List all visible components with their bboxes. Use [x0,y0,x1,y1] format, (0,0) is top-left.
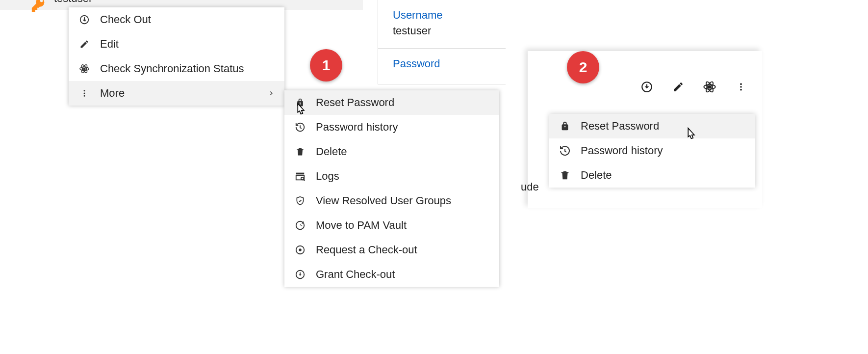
menu-label: More [100,87,125,100]
menu-label: Reset Password [581,120,659,133]
p2-reset-password[interactable]: * Reset Password [549,114,755,138]
shield-check-icon [294,195,306,206]
toolbar-checkout-button[interactable] [639,80,654,94]
menu-label: Reset Password [316,96,394,109]
trash-icon [559,170,571,181]
menu-label: Request a Check-out [316,244,417,256]
svg-point-7 [84,95,85,97]
svg-point-1 [83,68,85,70]
submenu-logs[interactable]: Logs [284,164,499,189]
details-pane: Username testuser Password [378,0,506,84]
svg-text:*: * [300,101,301,106]
step-badge-2: 2 [567,51,599,83]
password-section: Password [378,49,506,84]
lock-icon: * [559,121,571,132]
svg-point-23 [740,89,742,91]
submenu-reset-password[interactable]: * Reset Password [284,90,499,115]
menu-label: Edit [100,38,119,51]
key-icon [30,0,47,13]
menu-label: Password history [316,121,398,134]
more-vert-icon [78,89,90,98]
checkout-icon [78,14,90,25]
svg-point-5 [84,90,85,91]
toolbar-sync-button[interactable] [702,80,717,94]
svg-point-21 [740,83,742,85]
svg-point-6 [84,93,85,94]
p2-delete[interactable]: Delete [549,163,755,188]
submenu-request-checkout[interactable]: Request a Check-out [284,238,499,262]
submenu-view-groups[interactable]: View Resolved User Groups [284,189,499,213]
submenu-password-history[interactable]: Password history [284,115,499,139]
svg-rect-9 [296,173,305,175]
menu-check-out[interactable]: Check Out [69,7,284,32]
username-value: testuser [393,25,491,37]
partial-text: ude [521,181,539,193]
menu-more[interactable]: More [69,81,284,106]
step-number: 1 [322,57,331,74]
password-label: Password [393,57,491,70]
menu-label: Grant Check-out [316,268,395,281]
menu-label: View Resolved User Groups [316,194,451,207]
menu-label: Delete [581,169,612,182]
panel2-menu: * Reset Password Password history Delete [549,114,755,188]
step-badge-1: 1 [310,49,342,82]
username-section: Username testuser [378,0,506,49]
submenu-move-vault[interactable]: Move to PAM Vault [284,213,499,238]
menu-label: Check Synchronization Status [100,62,244,75]
vault-icon [294,220,306,231]
username-label: Username [393,9,491,22]
submenu-delete[interactable]: Delete [284,139,499,164]
menu-label: Password history [581,144,663,157]
menu-edit[interactable]: Edit [69,32,284,56]
p2-password-history[interactable]: Password history [549,138,755,163]
menu-label: Check Out [100,13,151,26]
pencil-icon [78,39,90,49]
toolbar [639,80,748,94]
svg-point-17 [709,86,711,88]
svg-text:*: * [564,125,566,130]
checkout-grant-icon [294,269,306,280]
menu-label: Logs [316,170,339,183]
menu-label: Move to PAM Vault [316,219,407,232]
lock-icon: * [294,98,306,108]
toolbar-more-button[interactable] [734,80,748,94]
more-submenu: * Reset Password Password history Delete… [284,90,499,287]
trash-icon [294,147,306,157]
chevron-right-icon [268,90,275,97]
atom-icon [78,63,90,74]
menu-sync-status[interactable]: Check Synchronization Status [69,56,284,81]
history-icon [559,145,571,157]
toolbar-edit-button[interactable] [671,80,686,94]
logs-icon [294,171,306,182]
checkout-request-icon [294,245,306,255]
menu-label: Delete [316,145,347,158]
svg-point-14 [299,248,302,251]
svg-point-22 [740,86,742,88]
history-icon [294,122,306,133]
context-menu: Check Out Edit Check Synchronization Sta… [69,7,284,106]
step-number: 2 [579,59,587,76]
row-username: testuser [54,0,92,5]
submenu-grant-checkout[interactable]: Grant Check-out [284,262,499,287]
